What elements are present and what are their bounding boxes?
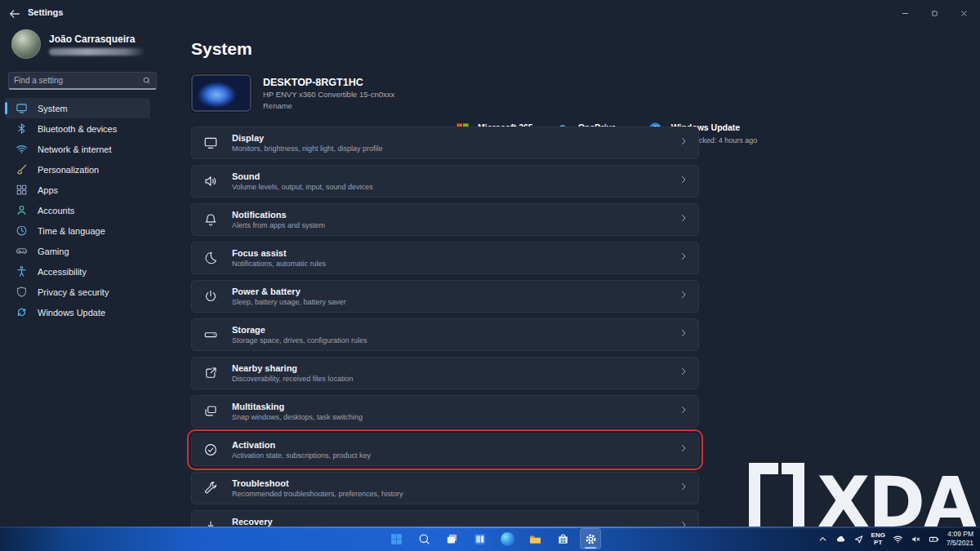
- store-icon: [556, 532, 570, 546]
- card-subtitle: Sleep, battery usage, battery saver: [232, 298, 346, 306]
- card-subtitle: Snap windows, desktops, task switching: [232, 413, 363, 421]
- taskbar-edge-button[interactable]: [497, 528, 518, 549]
- card-subtitle: Recommended troubleshooters, preferences…: [232, 490, 403, 498]
- chevron-right-icon: [679, 443, 688, 453]
- sidebar-item-time-language[interactable]: Time & language: [5, 220, 150, 241]
- card-title: Troubleshoot: [232, 478, 403, 488]
- sidebar-item-label: Privacy & security: [38, 287, 109, 297]
- location-icon[interactable]: [853, 534, 864, 544]
- maximize-button[interactable]: [923, 3, 946, 23]
- moon-icon: [203, 251, 218, 265]
- taskbar-microsoft-store-button[interactable]: [552, 528, 573, 549]
- brush-icon: [15, 163, 28, 176]
- monitor-icon: [15, 102, 28, 115]
- chevron-right-icon: [679, 290, 688, 300]
- card-subtitle: Notifications, automatic rules: [232, 260, 326, 268]
- card-subtitle: Discoverability, received files location: [232, 375, 353, 383]
- power-icon: [203, 289, 218, 304]
- wifi-tray-icon[interactable]: [893, 534, 903, 544]
- chevron-right-icon: [679, 175, 688, 184]
- accessibility-icon: [15, 265, 28, 278]
- taskbar-file-explorer-button[interactable]: [524, 528, 546, 549]
- main-panel: System DESKTOP-8RGT1HC HP ENVY x360 Conv…: [191, 28, 980, 527]
- sidebar-item-label: Time & language: [38, 226, 105, 236]
- selected-indicator: [5, 102, 7, 114]
- display-icon: [203, 136, 218, 150]
- chevron-right-icon: [679, 328, 688, 338]
- close-button[interactable]: [952, 3, 975, 23]
- storage-icon: [203, 327, 218, 342]
- sidebar-item-system[interactable]: System: [5, 98, 150, 118]
- card-notifications[interactable]: NotificationsAlerts from apps and system: [191, 203, 699, 236]
- sidebar-item-windows-update[interactable]: Windows Update: [5, 302, 150, 322]
- taskbar-search-button[interactable]: [413, 528, 434, 549]
- card-power-battery[interactable]: Power & batterySleep, battery usage, bat…: [191, 280, 699, 313]
- card-troubleshoot[interactable]: TroubleshootRecommended troubleshooters,…: [191, 472, 699, 504]
- language-indicator[interactable]: ENGPT: [871, 531, 885, 546]
- sidebar-item-gaming[interactable]: Gaming: [5, 241, 150, 261]
- app-title: Settings: [28, 7, 63, 17]
- chevron-right-icon: [679, 251, 688, 261]
- time: 4:09 PM: [947, 530, 973, 539]
- speaker-icon: [203, 174, 218, 189]
- card-activation[interactable]: ActivationActivation state, subscription…: [191, 433, 699, 466]
- card-title: Notifications: [232, 210, 325, 220]
- onedrive-tray-icon[interactable]: [835, 534, 846, 544]
- sidebar-item-label: Personalization: [38, 165, 99, 175]
- task-view-icon: [445, 532, 459, 546]
- taskbar-task-view-button[interactable]: [441, 528, 462, 549]
- minimize-button[interactable]: [893, 3, 916, 23]
- tray-chevron-up-icon[interactable]: [817, 534, 828, 544]
- sync-icon: [15, 306, 28, 319]
- card-title: Display: [232, 133, 383, 143]
- card-sound[interactable]: SoundVolume levels, output, input, sound…: [191, 165, 699, 198]
- search-input[interactable]: [14, 76, 142, 85]
- volume-muted-icon[interactable]: [911, 534, 921, 544]
- taskbar-start-button[interactable]: [385, 528, 407, 549]
- sidebar-item-privacy-security[interactable]: Privacy & security: [5, 282, 150, 302]
- check-circle-icon: [203, 442, 218, 457]
- card-title: Nearby sharing: [232, 363, 353, 373]
- back-icon[interactable]: [8, 7, 23, 22]
- window-controls: [893, 3, 975, 23]
- apps-grid-icon: [15, 184, 28, 197]
- battery-icon[interactable]: [929, 534, 939, 544]
- rename-link[interactable]: Rename: [263, 101, 394, 110]
- sidebar-item-label: Accounts: [38, 206, 74, 216]
- clock[interactable]: 4:09 PM7/5/2021: [947, 530, 977, 548]
- card-title: Power & battery: [232, 287, 346, 296]
- sidebar-item-label: Network & internet: [38, 144, 111, 154]
- card-multitasking[interactable]: MultitaskingSnap windows, desktops, task…: [191, 395, 699, 428]
- chevron-right-icon: [679, 367, 688, 376]
- folder-icon: [528, 532, 542, 546]
- taskbar-widgets-button[interactable]: [469, 528, 490, 549]
- card-title: Focus assist: [232, 248, 326, 258]
- taskbar-settings-button[interactable]: [580, 528, 601, 549]
- card-title: Activation: [232, 440, 371, 450]
- account-header[interactable]: João Carrasqueira: [11, 29, 145, 59]
- avatar: [11, 29, 41, 59]
- card-subtitle: Storage space, drives, configuration rul…: [232, 336, 368, 344]
- card-subtitle: Alerts from apps and system: [232, 221, 325, 229]
- card-title: Recovery: [232, 517, 409, 527]
- sidebar-item-personalization[interactable]: Personalization: [5, 159, 150, 180]
- search-box[interactable]: [8, 72, 157, 90]
- sidebar-item-label: Apps: [38, 185, 58, 195]
- card-title: Storage: [232, 325, 368, 335]
- edge-icon: [501, 532, 514, 546]
- sidebar-item-network-internet[interactable]: Network & internet: [5, 139, 150, 159]
- wifi-icon: [15, 143, 28, 156]
- device-model: HP ENVY x360 Convertible 15-cn0xxx: [263, 90, 394, 99]
- card-title: Multitasking: [232, 402, 363, 411]
- sidebar-item-apps[interactable]: Apps: [5, 180, 150, 200]
- card-focus-assist[interactable]: Focus assistNotifications, automatic rul…: [191, 242, 699, 274]
- card-storage[interactable]: StorageStorage space, drives, configurat…: [191, 318, 699, 351]
- card-display[interactable]: DisplayMonitors, brightness, night light…: [191, 127, 699, 159]
- sidebar-item-accessibility[interactable]: Accessibility: [5, 261, 150, 282]
- card-nearby-sharing[interactable]: Nearby sharingDiscoverability, received …: [191, 357, 699, 389]
- wrench-icon: [203, 481, 218, 495]
- bell-icon: [203, 212, 218, 227]
- share-icon: [203, 366, 218, 380]
- sidebar-item-bluetooth-devices[interactable]: Bluetooth & devices: [5, 118, 150, 139]
- sidebar-item-accounts[interactable]: Accounts: [5, 200, 150, 220]
